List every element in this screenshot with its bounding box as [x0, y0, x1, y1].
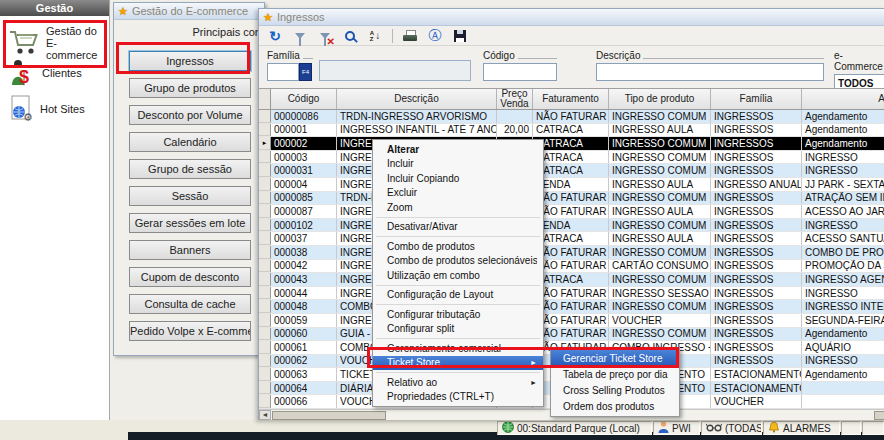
column-header-fam-lia[interactable]: Família — [711, 89, 802, 109]
grid-row-000002[interactable]: ▸000002INGRESSCATRACAINGRESSO COMUMINGRE… — [259, 137, 884, 151]
menu-item-utiliza-o-em-combo[interactable]: Utilização em combo — [373, 268, 543, 283]
column-header-c-digo[interactable]: Código — [271, 89, 337, 109]
ecommerce-window: ★ Gestão do E-commerce Principais con In… — [113, 2, 265, 356]
sidebar-item-gestao-ecommerce[interactable]: Gestão do E-commerce — [8, 25, 104, 61]
scrollbar-thumb[interactable] — [272, 411, 386, 420]
cell: NÃO FATURAR — [533, 300, 609, 313]
button-grupo-de-sess-o[interactable]: Grupo de sessão — [129, 159, 251, 179]
column-header-tipo-de-produto[interactable]: Tipo de produto — [609, 89, 711, 109]
sort-az-icon[interactable]: AZ↓ — [367, 28, 383, 44]
menu-item-incluir-copiando[interactable]: Incluir Copiando — [373, 171, 543, 186]
menu-item-combo-de-produtos-selecion-veis[interactable]: Combo de produtos selecionáveis — [373, 254, 543, 269]
zoom-icon[interactable] — [342, 28, 358, 44]
submenu-item-tabela-de-pre-o-por-dia[interactable]: Tabela de preço por dia — [551, 366, 679, 382]
codigo-input[interactable] — [483, 63, 557, 81]
grid-row-000001[interactable]: 000001INGRESSO INFANTIL - ATÉ 7 ANOS20,0… — [259, 124, 884, 138]
grid-row-000042[interactable]: 000042INGRESSNÃO FATURARCARTÃO CONSUMO -… — [259, 260, 884, 274]
print-icon[interactable] — [402, 28, 418, 44]
bell-icon — [768, 421, 780, 435]
save-icon[interactable] — [452, 28, 468, 44]
cell: 000038 — [271, 246, 337, 259]
cell: 000044 — [271, 287, 337, 300]
auto-badge-icon[interactable]: Ⓐ — [427, 28, 443, 44]
menu-item-ticket-store[interactable]: Ticket Store► — [373, 356, 543, 371]
cart-icon — [8, 27, 40, 59]
cell: INGRESSO COMUM — [609, 110, 711, 123]
menu-item-configurar-split[interactable]: Configurar split — [373, 322, 543, 337]
ecommerce-window-titlebar[interactable]: ★ Gestão do E-commerce — [114, 3, 264, 20]
cell: CATRACA — [533, 137, 609, 150]
row-gutter — [259, 110, 271, 123]
button-pedido-volpe-x-e-commerce[interactable]: Pedido Volpe x E-commerce — [129, 321, 251, 341]
button-calend-rio[interactable]: Calendário — [129, 132, 251, 152]
statusbar-panel-user[interactable]: PWI — [653, 421, 700, 435]
menu-item-incluir[interactable]: Incluir — [373, 157, 543, 172]
cell: CATRACA — [533, 273, 609, 286]
filter-icon[interactable] — [292, 28, 308, 44]
volpe-logo-icon: ★ — [263, 11, 273, 24]
menu-item-label: Configuração de Layout — [387, 289, 537, 300]
sidebar-item-clientes[interactable]: $ Clientes — [8, 58, 100, 88]
button-desconto-por-volume[interactable]: Desconto por Volume — [129, 105, 251, 125]
grid-row-000038[interactable]: 000038INGRESSNÃO FATURARINGRESSO COMUMIN… — [259, 246, 884, 260]
ingressos-window-titlebar[interactable]: ★ Ingressos — [259, 9, 884, 26]
cell: INGRESSO COMUM — [609, 273, 711, 286]
menu-item-combo-de-produtos[interactable]: Combo de produtos — [373, 239, 543, 254]
menu-item-label: Combo de produtos selecionáveis — [387, 255, 537, 266]
column-header-a[interactable]: A — [802, 89, 884, 109]
button-ingressos[interactable]: Ingressos — [129, 51, 251, 71]
statusbar-panel-empty-2 — [862, 421, 884, 435]
statusbar-panel-alarms[interactable]: ALARMES — [763, 421, 840, 435]
statusbar-panel-view[interactable]: (TODAS) — [701, 421, 762, 435]
menu-item-alterar[interactable]: Alterar — [373, 142, 543, 157]
refresh-icon[interactable]: ↻ — [267, 28, 283, 44]
row-gutter — [259, 219, 271, 232]
familia-lookup-button[interactable]: F4 — [299, 63, 312, 81]
familia-input[interactable] — [267, 63, 299, 81]
grid-row-0000102[interactable]: 0000102INGRESSVENDAINGRESSO COMUMINGRESS… — [259, 219, 884, 233]
grid-row-000044[interactable]: 000044INGRESSNÃO FATURARINGRESSO SESSAO … — [259, 287, 884, 301]
grid-row-000003[interactable]: 000003INGRESSCATRACAINGRESSO COMUMINGRES… — [259, 151, 884, 165]
grid-row-000004[interactable]: 000004INGRESSVENDAINGRESSO AULAINGRESSO … — [259, 178, 884, 192]
menu-item-relativo-ao[interactable]: Relativo ao► — [373, 375, 543, 390]
clear-filter-icon[interactable]: ✕ — [317, 28, 333, 44]
menu-item-propriedades-ctrl-t[interactable]: Propriedades (CTRL+T) — [373, 390, 543, 405]
grid-row-00000086[interactable]: 00000086TRDN-INGRESSO ARVORISMONÃO FATUR… — [259, 110, 884, 124]
descricao-input[interactable] — [596, 63, 824, 81]
submenu-item-ordem-dos-produtos[interactable]: Ordem dos produtos — [551, 398, 679, 414]
menu-item-desativar-ativar[interactable]: Desativar/Ativar — [373, 220, 543, 235]
menu-item-zoom[interactable]: Zoom — [373, 200, 543, 215]
grid-row-000060[interactable]: 000060GUIA - CONÃO FATURARINGRESSO COMUM… — [259, 328, 884, 342]
menu-item-gerenciamento-comercial[interactable]: Gerenciamento comercial — [373, 341, 543, 356]
grid-row-000048[interactable]: 000048COMBO CNÃO FATURARINGRESSO COMUMIN… — [259, 300, 884, 314]
grid-row-0000087[interactable]: 0000087INGRESSNÃO FATURARINGRESSO AULAIN… — [259, 205, 884, 219]
grid-row-000037[interactable]: 000037INGRESSCATRACAINGRESSO AULAINGRESS… — [259, 232, 884, 246]
cell: 20,00 — [497, 124, 533, 137]
column-header-pre-o-venda[interactable]: Preço Venda — [497, 89, 533, 109]
grid-row-000043[interactable]: 000043INGRESSCATRACAINGRESSO COMUMINGRES… — [259, 273, 884, 287]
button-banners[interactable]: Banners — [129, 240, 251, 260]
button-gerar-sess-es-em-lote[interactable]: Gerar sessões em lote — [129, 213, 251, 233]
cell: NÃO FATURAR — [533, 328, 609, 341]
menu-separator — [376, 236, 540, 237]
button-sess-o[interactable]: Sessão — [129, 186, 251, 206]
cell: INGRESSO COMUM — [609, 137, 711, 150]
submenu-item-gerenciar-ticket-store[interactable]: Gerenciar Ticket Store — [551, 350, 679, 366]
statusbar-panel-database[interactable]: 00:Standard Parque (Local) — [497, 421, 652, 435]
sidebar-item-hot-sites[interactable]: ⚙ Hot Sites — [8, 94, 98, 124]
submenu-item-cross-selling-produtos[interactable]: Cross Selling Produtos — [551, 382, 679, 398]
button-consulta-de-cache[interactable]: Consulta de cache — [129, 294, 251, 314]
column-header-descri-o[interactable]: Descrição — [337, 89, 497, 109]
button-cupom-de-desconto[interactable]: Cupom de desconto — [129, 267, 251, 287]
grid-row-0000031[interactable]: 0000031INGRESSCATRACAINGRESSO COMUMINGRE… — [259, 164, 884, 178]
menu-item-configura-o-de-layout[interactable]: Configuração de Layout — [373, 288, 543, 303]
menu-item-excluir[interactable]: Excluir — [373, 186, 543, 201]
menu-item-configurar-tributa-o[interactable]: Configurar tributação — [373, 307, 543, 322]
scroll-left-arrow-icon[interactable]: ◄ — [259, 410, 271, 420]
button-grupo-de-produtos[interactable]: Grupo de produtos — [129, 78, 251, 98]
column-header-faturamento[interactable]: Faturamento — [533, 89, 609, 109]
grid-row-0000085[interactable]: 0000085TRDN-INGNÃO FATURARINGRESSO COMUM… — [259, 192, 884, 206]
scrollbar-right-piece[interactable] — [874, 411, 884, 420]
grid-row-000059[interactable]: 000059INGRESSNÃO FATURARVOUCHERINGRESSOS… — [259, 314, 884, 328]
menu-separator — [376, 217, 540, 218]
